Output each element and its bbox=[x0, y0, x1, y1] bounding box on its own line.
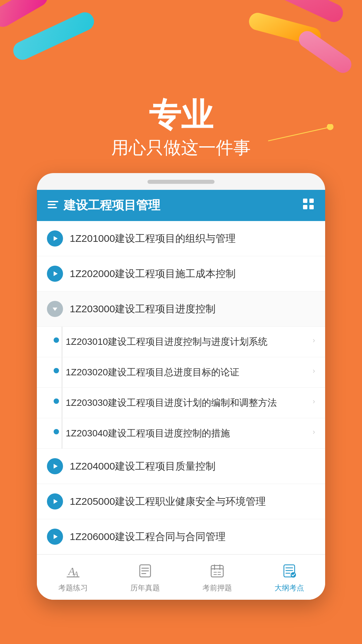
nav-label-syllabus: 大纲考点 bbox=[275, 583, 304, 593]
sub-item-1z203030[interactable]: 1Z203030建设工程项目进度计划的编制和调整方法 › bbox=[37, 388, 325, 418]
past-exams-icon bbox=[135, 561, 155, 581]
hero-section: 专业 用心只做这一件事 bbox=[0, 0, 362, 173]
sub-text-3: 1Z203030建设工程项目进度计划的编制和调整方法 bbox=[66, 396, 313, 410]
phone-mockup: 建设工程项目管理 1Z201000建设工程项目的组织与管理 bbox=[37, 173, 325, 600]
sub-item-1z203020[interactable]: 1Z203020建设工程项目总进度目标的论证 › bbox=[37, 357, 325, 388]
menu-text-3: 1Z203000建设工程项目进度控制 bbox=[70, 302, 315, 316]
sub-dot-2 bbox=[54, 368, 59, 373]
sub-chevron-4: › bbox=[313, 428, 315, 436]
menu-item-1z205000[interactable]: 1Z205000建设工程职业健康安全与环境管理 bbox=[37, 484, 325, 519]
menu-item-1z206000[interactable]: 1Z206000建设工程合同与合同管理 bbox=[37, 519, 325, 554]
grid-icon[interactable] bbox=[302, 197, 315, 213]
sub-chevron-1: › bbox=[313, 336, 315, 345]
list-menu-icon bbox=[47, 199, 59, 212]
menu-item-1z204000[interactable]: 1Z204000建设工程项目质量控制 bbox=[37, 449, 325, 484]
sub-text-4: 1Z203040建设工程项目进度控制的措施 bbox=[66, 426, 313, 440]
svg-rect-3 bbox=[48, 204, 56, 205]
svg-marker-12 bbox=[54, 464, 58, 469]
app-header: 建设工程项目管理 bbox=[37, 190, 325, 221]
nav-item-practice[interactable]: A A 考题练习 bbox=[37, 561, 109, 593]
menu-icon-6 bbox=[47, 529, 63, 545]
menu-item-1z203000[interactable]: 1Z203000建设工程项目进度控制 bbox=[37, 291, 325, 327]
menu-icon-4 bbox=[47, 458, 63, 474]
menu-text-2: 1Z202000建设工程项目施工成本控制 bbox=[70, 267, 315, 281]
menu-text-6: 1Z206000建设工程合同与合同管理 bbox=[70, 530, 315, 544]
svg-rect-4 bbox=[48, 207, 57, 208]
sub-chevron-3: › bbox=[313, 397, 315, 406]
nav-label-practice: 考题练习 bbox=[58, 583, 88, 593]
syllabus-icon bbox=[279, 561, 299, 581]
sub-item-1z203040[interactable]: 1Z203040建设工程项目进度控制的措施 › bbox=[37, 418, 325, 449]
sub-items-wrapper: 1Z203010建设工程项目进度控制与进度计划系统 › 1Z203020建设工程… bbox=[37, 327, 325, 449]
menu-text-1: 1Z201000建设工程项目的组织与管理 bbox=[70, 231, 315, 246]
sub-dot-3 bbox=[54, 398, 59, 404]
svg-rect-5 bbox=[303, 199, 307, 203]
practice-icon: A A bbox=[63, 561, 83, 581]
bottom-navigation: A A 考题练习 历年真题 bbox=[37, 554, 325, 600]
svg-rect-6 bbox=[309, 199, 314, 203]
header-title: 建设工程项目管理 bbox=[64, 197, 160, 214]
nav-label-past-exams: 历年真题 bbox=[130, 583, 160, 593]
svg-marker-14 bbox=[54, 534, 58, 539]
phone-notch bbox=[147, 180, 215, 184]
svg-marker-13 bbox=[54, 499, 58, 504]
menu-item-1z202000[interactable]: 1Z202000建设工程项目施工成本控制 bbox=[37, 256, 325, 291]
sub-item-1z203010[interactable]: 1Z203010建设工程项目进度控制与进度计划系统 › bbox=[37, 327, 325, 357]
prediction-icon bbox=[207, 561, 227, 581]
hero-title: 专业 bbox=[0, 97, 362, 133]
nav-item-prediction[interactable]: 考前押题 bbox=[181, 561, 253, 593]
sub-text-1: 1Z203010建设工程项目进度控制与进度计划系统 bbox=[66, 335, 313, 349]
menu-icon-3 bbox=[47, 301, 63, 317]
menu-icon-5 bbox=[47, 493, 63, 509]
svg-marker-9 bbox=[54, 236, 58, 241]
nav-label-prediction: 考前押题 bbox=[202, 583, 232, 593]
svg-rect-22 bbox=[211, 566, 223, 577]
sub-dot-4 bbox=[54, 429, 59, 434]
svg-marker-11 bbox=[53, 308, 57, 311]
menu-list: 1Z201000建设工程项目的组织与管理 1Z202000建设工程项目施工成本控… bbox=[37, 221, 325, 554]
menu-item-1z201000[interactable]: 1Z201000建设工程项目的组织与管理 bbox=[37, 221, 325, 256]
sub-dot-1 bbox=[54, 337, 59, 343]
svg-rect-7 bbox=[303, 205, 307, 209]
sub-chevron-2: › bbox=[313, 367, 315, 375]
menu-icon-2 bbox=[47, 266, 63, 282]
hero-subtitle: 用心只做这一件事 bbox=[0, 136, 362, 160]
menu-text-5: 1Z205000建设工程职业健康安全与环境管理 bbox=[70, 494, 315, 508]
menu-icon-1 bbox=[47, 230, 63, 247]
svg-rect-2 bbox=[48, 201, 58, 202]
sub-text-2: 1Z203020建设工程项目总进度目标的论证 bbox=[66, 365, 313, 379]
nav-item-syllabus[interactable]: 大纲考点 bbox=[253, 561, 325, 593]
svg-marker-10 bbox=[54, 271, 58, 276]
nav-item-past-exams[interactable]: 历年真题 bbox=[109, 561, 181, 593]
svg-rect-8 bbox=[309, 205, 314, 209]
menu-text-4: 1Z204000建设工程项目质量控制 bbox=[70, 459, 315, 473]
header-left: 建设工程项目管理 bbox=[47, 197, 160, 214]
